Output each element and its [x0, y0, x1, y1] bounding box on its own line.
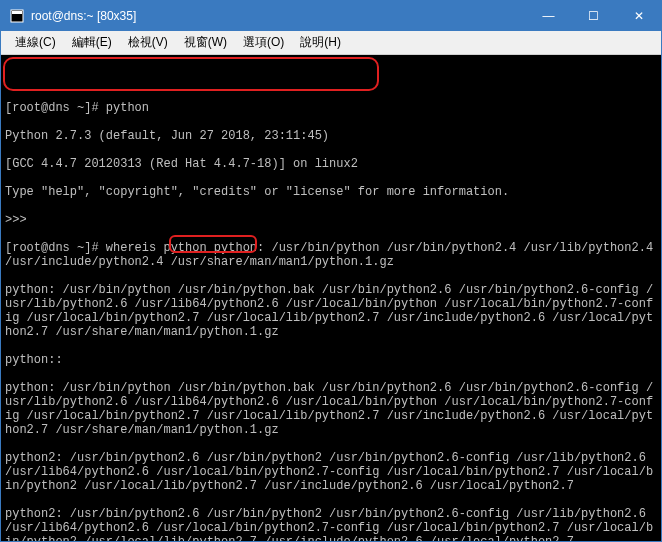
maximize-button[interactable]: ☐ [571, 1, 616, 31]
menu-help[interactable]: 說明(H) [292, 32, 349, 53]
titlebar[interactable]: root@dns:~ [80x35] — ☐ ✕ [1, 1, 661, 31]
menu-edit[interactable]: 編輯(E) [64, 32, 120, 53]
terminal-line: Python 2.7.3 (default, Jun 27 2018, 23:1… [5, 129, 657, 143]
terminal-line: Type "help", "copyright", "credits" or "… [5, 185, 657, 199]
close-button[interactable]: ✕ [616, 1, 661, 31]
terminal-line: python:: [5, 353, 657, 367]
terminal-line: [GCC 4.4.7 20120313 (Red Hat 4.4.7-18)] … [5, 157, 657, 171]
app-icon [9, 8, 25, 24]
terminal-line: python2: /usr/bin/python2.6 /usr/bin/pyt… [5, 451, 657, 493]
terminal-line: [root@dns ~]# python [5, 101, 657, 115]
window-title: root@dns:~ [80x35] [31, 9, 526, 23]
svg-rect-1 [12, 11, 22, 14]
terminal-line: python2: /usr/bin/python2.6 /usr/bin/pyt… [5, 507, 657, 541]
menu-options[interactable]: 選項(O) [235, 32, 292, 53]
menu-view[interactable]: 檢視(V) [120, 32, 176, 53]
menu-window[interactable]: 視窗(W) [176, 32, 235, 53]
window: root@dns:~ [80x35] — ☐ ✕ 連線(C) 編輯(E) 檢視(… [0, 0, 662, 542]
menu-connect[interactable]: 連線(C) [7, 32, 64, 53]
terminal[interactable]: [root@dns ~]# python Python 2.7.3 (defau… [1, 55, 661, 541]
menubar: 連線(C) 編輯(E) 檢視(V) 視窗(W) 選項(O) 說明(H) [1, 31, 661, 55]
terminal-line: >>> [5, 213, 657, 227]
annotation-highlight-1 [3, 57, 379, 91]
minimize-button[interactable]: — [526, 1, 571, 31]
terminal-line: [root@dns ~]# whereis python python: /us… [5, 241, 657, 269]
terminal-line: python: /usr/bin/python /usr/bin/python.… [5, 283, 657, 339]
terminal-line: python: /usr/bin/python /usr/bin/python.… [5, 381, 657, 437]
